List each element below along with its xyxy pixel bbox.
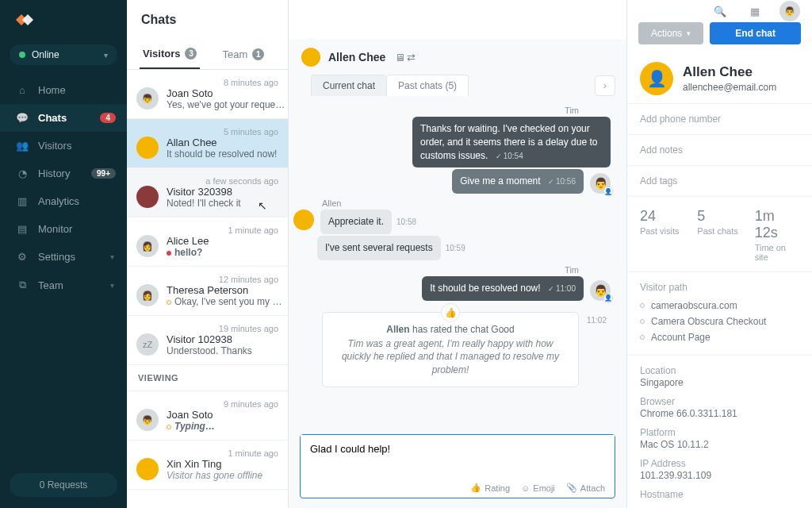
detail-email: allenchee@email.com	[683, 82, 776, 93]
status-selector[interactable]: Online ▾	[10, 44, 117, 65]
path-item[interactable]: Camera Obscura Checkout	[640, 314, 799, 329]
message-bubble: Give me a moment 10:56	[452, 169, 584, 194]
avatar	[136, 186, 159, 208]
avatar: zZ	[136, 333, 159, 356]
timestamp: 10:58	[396, 217, 416, 226]
contact-avatar-large: 👤	[640, 62, 673, 95]
message-bubble: I've sent several requests	[317, 236, 441, 260]
profile-avatar[interactable]: 👨	[779, 0, 801, 22]
visitors-count: 3	[185, 48, 197, 60]
timestamp: 10:54	[496, 152, 523, 160]
tab-visitors[interactable]: Visitors3	[140, 40, 200, 69]
typing-dot-icon	[167, 425, 171, 429]
status-label: Online	[32, 49, 59, 60]
link-icon: ⧉	[16, 279, 29, 291]
message-bubble: Thanks for waiting. I've checked on your…	[412, 117, 611, 167]
home-icon: ⌂	[16, 84, 29, 96]
history-badge: 99+	[91, 168, 116, 179]
notes-input[interactable]: Add notes	[627, 134, 812, 165]
agent-avatar: 👨👤	[590, 280, 611, 301]
sidebar: Online ▾ ⌂Home 💬Chats4 👥Visitors ◔Histor…	[0, 0, 127, 508]
nav-chats[interactable]: 💬Chats4	[0, 104, 127, 132]
thread-item[interactable]: 5 minutes ago Allan CheeIt should be res…	[127, 119, 288, 168]
chevron-down-icon: ▾	[110, 281, 114, 290]
visitor-path: Visitor path cameraobscura.com Camera Ob…	[627, 271, 812, 355]
path-item[interactable]: Account Page	[640, 329, 799, 345]
chevron-down-icon: ▾	[687, 29, 691, 37]
nav-team[interactable]: ⧉Team▾	[0, 271, 127, 299]
message-input[interactable]: Glad I could help!	[301, 435, 615, 479]
logo[interactable]	[0, 0, 127, 40]
chevron-down-icon: ▾	[110, 252, 114, 261]
message-composer[interactable]: Glad I could help! 👍 Rating ☺ Emoji 📎 At…	[300, 434, 615, 498]
gear-icon: ⚙	[16, 251, 29, 263]
timestamp: 11:02	[587, 316, 607, 325]
visitor-stats: 24Past visits 5Past chats 1m 12sTime on …	[627, 196, 812, 271]
visitor-avatar	[293, 210, 314, 230]
team-count: 1	[252, 48, 264, 60]
collapse-details-button[interactable]: ›	[595, 75, 615, 96]
visitors-icon: 👥	[16, 140, 29, 152]
nav-visitors[interactable]: 👥Visitors	[0, 132, 127, 160]
agent-avatar: 👨👤	[590, 173, 611, 194]
path-item[interactable]: cameraobscura.com	[640, 298, 799, 314]
analytics-icon: ▥	[16, 195, 29, 207]
monitor-icon: ▤	[16, 223, 29, 235]
tab-team[interactable]: Team1	[219, 40, 267, 69]
history-icon: ◔	[16, 167, 29, 179]
tab-current-chat[interactable]: Current chat	[311, 75, 386, 96]
rating-button[interactable]: 👍 Rating	[470, 483, 510, 493]
thread-item[interactable]: 1 minute ago 👩Alice Leehello?	[127, 217, 288, 267]
thumbs-up-icon: 👍	[441, 303, 460, 322]
avatar: 👩	[136, 235, 159, 257]
chevron-down-icon: ▾	[104, 51, 108, 60]
apps-icon[interactable]: ▦	[744, 0, 766, 22]
end-chat-button[interactable]: End chat	[710, 22, 801, 44]
logo-icon	[17, 12, 33, 28]
requests-pill[interactable]: 0 Requests	[10, 473, 117, 497]
thread-item[interactable]: 9 minutes ago 👦Joan SotoTyping…	[127, 391, 288, 441]
thread-item[interactable]: 1 minute ago Xin Xin TingVisitor has gon…	[127, 441, 288, 490]
transfer-icon[interactable]: ⇄	[407, 52, 416, 64]
avatar	[136, 137, 159, 159]
details-panel: 🔍 ▦ 👨 Actions▾ End chat 👤 Allen Chee all…	[626, 0, 812, 508]
page-title: Chats	[127, 0, 288, 40]
avatar: 👦	[136, 87, 159, 110]
nav-history[interactable]: ◔History99+	[0, 160, 127, 187]
message-list: Tim Thanks for waiting. I've checked on …	[289, 96, 626, 426]
avatar: 👩	[136, 284, 159, 306]
tab-past-chats[interactable]: Past chats (5)	[386, 75, 469, 96]
nav-settings[interactable]: ⚙Settings▾	[0, 243, 127, 271]
thread-item[interactable]: a few seconds ago Visitor 320398Noted! I…	[127, 168, 288, 217]
contact-avatar	[301, 48, 320, 67]
agent-badge-icon: 👤	[603, 294, 613, 303]
tags-input[interactable]: Add tags	[627, 165, 812, 196]
message-bubble: Appreciate it.	[320, 210, 392, 234]
timestamp: 10:59	[446, 244, 465, 252]
top-toolbar	[289, 0, 626, 40]
chat-icon: 💬	[16, 112, 29, 124]
thread-item[interactable]: 12 minutes ago 👩Theresa PetersonOkay, I'…	[127, 267, 288, 316]
sender-label: Allen	[322, 198, 579, 208]
thread-item[interactable]: 8 minutes ago 👦Joan SotoYes, we've got y…	[127, 70, 288, 119]
pending-dot-icon	[167, 300, 171, 305]
sender-label: Tim	[317, 265, 579, 275]
actions-button[interactable]: Actions▾	[638, 22, 703, 44]
monitor-icon[interactable]: 🖥	[395, 52, 405, 64]
nav-home[interactable]: ⌂Home	[0, 76, 127, 104]
timestamp: 10:56	[548, 177, 576, 186]
nav-monitor[interactable]: ▤Monitor	[0, 215, 127, 243]
message-bubble: It should be resolved now! 11:00	[422, 276, 584, 301]
phone-input[interactable]: Add phone number	[627, 103, 812, 134]
chat-column: Allen Chee 🖥 ⇄ Current chat Past chats (…	[289, 0, 626, 508]
viewing-header: VIEWING	[127, 365, 288, 391]
search-icon[interactable]: 🔍	[709, 0, 731, 22]
chats-badge: 4	[100, 113, 116, 123]
thread-item[interactable]: 19 minutes ago zZVisitor 102938Understoo…	[127, 316, 288, 365]
contact-name: Allen Chee	[328, 51, 385, 64]
avatar: 👦	[136, 409, 159, 431]
avatar	[136, 458, 159, 480]
attach-button[interactable]: 📎 Attach	[566, 483, 605, 493]
nav-analytics[interactable]: ▥Analytics	[0, 187, 127, 215]
emoji-button[interactable]: ☺ Emoji	[521, 483, 555, 493]
